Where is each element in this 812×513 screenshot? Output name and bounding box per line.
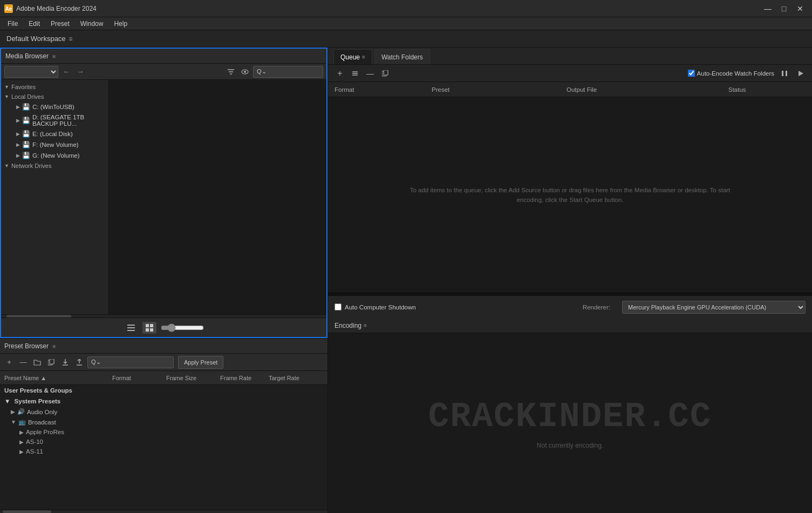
media-browser-location-dropdown[interactable] [4,66,58,78]
preset-remove-button[interactable]: — [17,356,29,368]
network-drives-section[interactable]: ▼ Network Drives [1,161,108,171]
svg-rect-12 [146,328,149,332]
minimize-button[interactable]: — [760,3,775,15]
queue-remove-button[interactable]: — [364,67,377,80]
media-browser-title: Media Browser ≡ [5,52,56,60]
app-title: Adobe Media Encoder 2024 [16,5,760,12]
svg-rect-7 [127,325,135,326]
preset-export-button[interactable] [73,356,85,368]
menu-file[interactable]: File [2,19,23,29]
queue-reorder-button[interactable] [349,67,361,80]
workspace-title: Default Workspace [6,35,66,43]
forward-button[interactable]: → [74,66,86,78]
preset-search-input[interactable] [87,356,174,368]
preset-browser-header: Preset Browser ≡ [0,339,327,354]
queue-col-preset: Preset [432,86,567,93]
user-presets-section[interactable]: User Presets & Groups [0,385,327,396]
svg-text:Ae: Ae [5,6,12,12]
svg-marker-27 [799,71,803,76]
main-layout: Media Browser ≡ ← → [0,48,812,513]
menu-preset[interactable]: Preset [45,19,75,29]
workspace-header: Default Workspace ≡ [0,30,812,48]
file-tree: ▼ Favorites ▼ Local Drives ▶ 💾 C: (WinTo… [1,80,109,314]
preset-list: User Presets & Groups ▼ System Presets ▶… [0,385,327,510]
queue-duplicate-button[interactable] [379,67,392,80]
eye-icon[interactable] [239,66,251,78]
sort-icon: ▲ [40,375,46,381]
col-target-rate: Target Rate [269,375,317,381]
title-bar: Ae Adobe Media Encoder 2024 — □ ✕ [0,0,812,17]
queue-col-format: Format [335,86,432,93]
auto-shutdown-label[interactable]: Auto Computer Shutdown [335,303,416,310]
drive-f[interactable]: ▶ 💾 F: (New Volume) [1,139,108,150]
watermark-text: CRACKINDER.CC [428,397,712,436]
queue-col-output: Output File [567,86,728,93]
queue-toolbar-right: Auto-Encode Watch Folders [688,68,807,79]
preset-import-button[interactable] [59,356,71,368]
media-browser-toolbar: ← → [1,64,326,80]
bottom-controls: Auto Computer Shutdown Renderer: Mercury… [328,295,812,318]
preset-table-header: Preset Name ▲ Format Frame Size Frame Ra… [0,371,327,385]
renderer-dropdown[interactable]: Mercury Playback Engine GPU Acceleration… [622,301,806,314]
col-frame-rate: Frame Rate [220,375,269,381]
local-drives-section[interactable]: ▼ Local Drives [1,92,108,102]
auto-shutdown-checkbox[interactable] [335,303,342,310]
menu-window[interactable]: Window [75,19,109,29]
preset-folder-button[interactable] [31,356,43,368]
media-browser-menu-icon[interactable]: ≡ [52,53,56,59]
tab-watch-folders[interactable]: Watch Folders [374,49,430,64]
preset-add-button[interactable]: + [3,356,15,368]
tab-queue[interactable]: Queue ≡ [333,49,372,64]
favorites-section[interactable]: ▼ Favorites [1,82,108,92]
drive-d[interactable]: ▶ 💾 D: (SEAGATE 1TB BACKUP PLU... [1,112,108,129]
auto-encode-label[interactable]: Auto-Encode Watch Folders [688,70,774,77]
preset-broadcast[interactable]: ▼ 📺 Broadcast [0,417,327,427]
preset-duplicate-button[interactable] [45,356,57,368]
svg-point-6 [244,71,246,73]
auto-encode-checkbox[interactable] [688,70,695,77]
media-browser-panel: Media Browser ≡ ← → [0,48,327,338]
grid-view-btn[interactable] [142,322,156,334]
queue-play-button[interactable] [795,68,807,79]
queue-add-button[interactable]: + [333,67,346,80]
menu-help[interactable]: Help [108,19,133,29]
queue-empty-message: To add items to the queue, click the Add… [408,185,732,205]
workspace-menu-icon[interactable]: ≡ [69,35,73,43]
queue-col-status: Status [728,86,806,93]
app-icon: Ae [4,4,13,13]
encoding-title: Encoding [335,322,361,329]
preset-as10[interactable]: ▶ AS-10 [0,437,327,447]
preset-browser-menu-icon[interactable]: ≡ [52,343,56,349]
queue-pause-button[interactable] [779,68,790,79]
window-controls: — □ ✕ [760,3,808,15]
encoding-menu-icon[interactable]: ≡ [364,322,367,328]
maximize-button[interactable]: □ [776,3,791,15]
encoding-header: Encoding ≡ [328,318,812,333]
back-button[interactable]: ← [60,66,72,78]
preset-audio-only[interactable]: ▶ 🔊 Audio Only [0,407,327,417]
drive-g[interactable]: ▶ 💾 G: (New Volume) [1,150,108,161]
close-button[interactable]: ✕ [793,3,808,15]
menu-edit[interactable]: Edit [23,19,45,29]
drive-c[interactable]: ▶ 💾 C: (WinToUSB) [1,102,108,112]
encoding-content: CRACKINDER.CC Not currently encoding. [328,333,812,513]
preset-browser-title: Preset Browser ≡ [4,342,56,350]
media-browser-bottom-toolbar [1,318,326,337]
menu-bar: File Edit Preset Window Help [0,17,812,30]
queue-tab-menu-icon[interactable]: ≡ [362,54,365,60]
right-panel: Queue ≡ Watch Folders + — [328,48,812,513]
list-view-btn[interactable] [124,322,138,334]
media-browser-search[interactable] [253,66,323,78]
system-presets-section[interactable]: ▼ System Presets [0,396,327,407]
zoom-slider[interactable] [161,323,204,332]
filter-icon[interactable] [225,66,237,78]
media-browser-preview [109,80,326,314]
svg-rect-15 [50,359,54,364]
preset-apple-prores[interactable]: ▶ Apple ProRes [0,427,327,437]
preset-browser-panel: Preset Browser ≡ + — [0,338,327,513]
preset-as11[interactable]: ▶ AS-11 [0,447,327,456]
left-panel: Media Browser ≡ ← → [0,48,328,513]
drive-e[interactable]: ▶ 💾 E: (Local Disk) [1,129,108,139]
apply-preset-button[interactable]: Apply Preset [178,356,223,369]
col-format: Format [112,375,166,381]
